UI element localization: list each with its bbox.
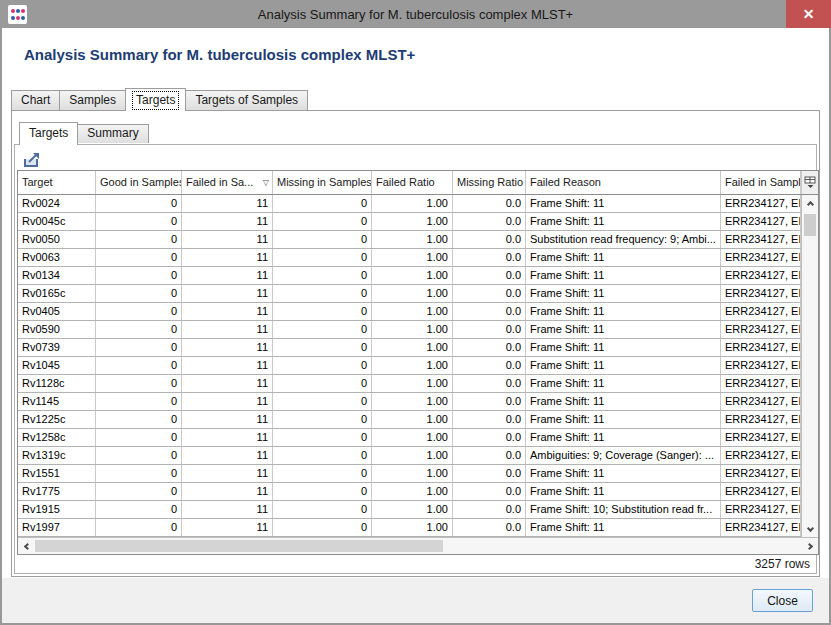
table-cell-1: 0 bbox=[96, 501, 182, 518]
table-header-cells: TargetGood in SamplesFailed in Sa...▽Mis… bbox=[18, 171, 801, 194]
targets-inner-panel: TargetGood in SamplesFailed in Sa...▽Mis… bbox=[14, 144, 817, 574]
column-header-3[interactable]: Missing in Samples bbox=[273, 171, 372, 194]
table-cell-5: 0.0 bbox=[453, 501, 526, 518]
table-cell-0: Rv1319c bbox=[18, 447, 96, 464]
table-row[interactable]: Rv177501101.000.0Frame Shift: 11ERR23412… bbox=[18, 483, 801, 501]
column-header-5[interactable]: Missing Ratio bbox=[453, 171, 526, 194]
table-row[interactable]: Rv040501101.000.0Frame Shift: 11ERR23412… bbox=[18, 303, 801, 321]
table-cell-2: 11 bbox=[182, 393, 273, 410]
table-row[interactable]: Rv0165c01101.000.0Frame Shift: 11ERR2341… bbox=[18, 285, 801, 303]
table-cell-3: 0 bbox=[273, 231, 372, 248]
scroll-left-button[interactable] bbox=[18, 538, 34, 554]
table-cell-6: Frame Shift: 11 bbox=[526, 321, 721, 338]
table-row[interactable]: Rv191501101.000.0Frame Shift: 10; Substi… bbox=[18, 501, 801, 519]
column-header-label: Missing Ratio bbox=[457, 176, 523, 188]
tab-inner-targets[interactable]: Targets bbox=[19, 122, 78, 145]
table-cell-0: Rv1997 bbox=[18, 519, 96, 536]
table-row[interactable]: Rv199701101.000.0Frame Shift: 11ERR23412… bbox=[18, 519, 801, 537]
table-body: Rv002401101.000.0Frame Shift: 11ERR23412… bbox=[18, 195, 801, 537]
tab-targets-of-samples[interactable]: Targets of Samples bbox=[185, 90, 308, 110]
table-cell-3: 0 bbox=[273, 447, 372, 464]
table-cell-7: ERR234127, ER. bbox=[721, 249, 801, 266]
table-row[interactable]: Rv059001101.000.0Frame Shift: 11ERR23412… bbox=[18, 321, 801, 339]
table-cell-3: 0 bbox=[273, 375, 372, 392]
table-row[interactable]: Rv013401101.000.0Frame Shift: 11ERR23412… bbox=[18, 267, 801, 285]
table-cell-4: 1.00 bbox=[372, 249, 453, 266]
table-cell-3: 0 bbox=[273, 249, 372, 266]
table-cell-7: ERR234127, ER. bbox=[721, 303, 801, 320]
table-cell-0: Rv0590 bbox=[18, 321, 96, 338]
table-row[interactable]: Rv155101101.000.0Frame Shift: 11ERR23412… bbox=[18, 465, 801, 483]
table-row[interactable]: Rv104501101.000.0Frame Shift: 11ERR23412… bbox=[18, 357, 801, 375]
table-cell-4: 1.00 bbox=[372, 501, 453, 518]
table-header: TargetGood in SamplesFailed in Sa...▽Mis… bbox=[18, 171, 818, 195]
table-cell-7: ERR234127, ER. bbox=[721, 357, 801, 374]
scroll-right-button[interactable] bbox=[802, 538, 818, 554]
table-cell-4: 1.00 bbox=[372, 483, 453, 500]
table-cell-3: 0 bbox=[273, 321, 372, 338]
tab-targets[interactable]: Targets bbox=[125, 88, 186, 111]
horizontal-scrollbar-thumb[interactable] bbox=[35, 540, 443, 552]
table-row[interactable]: Rv073901101.000.0Frame Shift: 11ERR23412… bbox=[18, 339, 801, 357]
scroll-down-button[interactable] bbox=[802, 521, 818, 537]
column-header-7[interactable]: Failed in Sample bbox=[721, 171, 801, 194]
table-row[interactable]: Rv1225c01101.000.0Frame Shift: 11ERR2341… bbox=[18, 411, 801, 429]
column-header-2[interactable]: Failed in Sa...▽ bbox=[182, 171, 273, 194]
export-button[interactable] bbox=[19, 151, 43, 170]
window-close-button[interactable]: ✕ bbox=[786, 0, 831, 28]
table-row[interactable]: Rv002401101.000.0Frame Shift: 11ERR23412… bbox=[18, 195, 801, 213]
table-cell-5: 0.0 bbox=[453, 411, 526, 428]
table-row[interactable]: Rv005001101.000.0Substitution read frequ… bbox=[18, 231, 801, 249]
column-header-0[interactable]: Target bbox=[18, 171, 96, 194]
table-cell-3: 0 bbox=[273, 501, 372, 518]
table-cell-0: Rv1551 bbox=[18, 465, 96, 482]
table-cell-7: ERR234127, ER. bbox=[721, 483, 801, 500]
column-header-6[interactable]: Failed Reason bbox=[526, 171, 721, 194]
table-cell-4: 1.00 bbox=[372, 465, 453, 482]
table-row[interactable]: Rv1258c01101.000.0Frame Shift: 11ERR2341… bbox=[18, 429, 801, 447]
table-cell-2: 11 bbox=[182, 447, 273, 464]
close-button[interactable]: Close bbox=[752, 589, 813, 612]
table-cell-3: 0 bbox=[273, 267, 372, 284]
table-cell-7: ERR234127, ER. bbox=[721, 393, 801, 410]
table-cell-4: 1.00 bbox=[372, 447, 453, 464]
table-row[interactable]: Rv1319c01101.000.0Ambiguities: 9; Covera… bbox=[18, 447, 801, 465]
table-cell-5: 0.0 bbox=[453, 213, 526, 230]
footer: Close bbox=[2, 578, 829, 623]
column-header-4[interactable]: Failed Ratio bbox=[372, 171, 453, 194]
tab-inner-summary[interactable]: Summary bbox=[77, 124, 148, 143]
table-cell-0: Rv1915 bbox=[18, 501, 96, 518]
table-cell-7: ERR234127, ER. bbox=[721, 231, 801, 248]
table-cell-6: Frame Shift: 11 bbox=[526, 267, 721, 284]
table-cell-0: Rv0045c bbox=[18, 213, 96, 230]
tab-chart[interactable]: Chart bbox=[11, 90, 60, 110]
column-header-1[interactable]: Good in Samples bbox=[96, 171, 182, 194]
table-row[interactable]: Rv114501101.000.0Frame Shift: 11ERR23412… bbox=[18, 393, 801, 411]
table-cell-2: 11 bbox=[182, 285, 273, 302]
table-row[interactable]: Rv0045c01101.000.0Frame Shift: 11ERR2341… bbox=[18, 213, 801, 231]
table-cell-1: 0 bbox=[96, 321, 182, 338]
scroll-right-icon bbox=[805, 542, 812, 549]
tab-samples[interactable]: Samples bbox=[59, 90, 126, 110]
scroll-up-icon bbox=[806, 201, 813, 208]
table-row[interactable]: Rv1128c01101.000.0Frame Shift: 11ERR2341… bbox=[18, 375, 801, 393]
table-cell-6: Frame Shift: 11 bbox=[526, 249, 721, 266]
titlebar: Analysis Summary for M. tuberculosis com… bbox=[0, 0, 831, 28]
table-cell-6: Frame Shift: 11 bbox=[526, 357, 721, 374]
table-cell-5: 0.0 bbox=[453, 321, 526, 338]
table-cell-6: Frame Shift: 11 bbox=[526, 483, 721, 500]
table-cell-4: 1.00 bbox=[372, 267, 453, 284]
table-row[interactable]: Rv006301101.000.0Frame Shift: 11ERR23412… bbox=[18, 249, 801, 267]
vertical-scrollbar-thumb[interactable] bbox=[804, 214, 816, 236]
scroll-up-button[interactable] bbox=[802, 195, 818, 211]
vertical-scrollbar[interactable] bbox=[801, 195, 818, 537]
horizontal-scrollbar[interactable] bbox=[18, 537, 818, 554]
table-cell-6: Frame Shift: 11 bbox=[526, 213, 721, 230]
table-cell-4: 1.00 bbox=[372, 375, 453, 392]
column-chooser-button[interactable] bbox=[801, 171, 818, 194]
table-cell-0: Rv1775 bbox=[18, 483, 96, 500]
table-cell-4: 1.00 bbox=[372, 285, 453, 302]
table-cell-5: 0.0 bbox=[453, 483, 526, 500]
table-cell-4: 1.00 bbox=[372, 393, 453, 410]
table-cell-7: ERR234127, ER. bbox=[721, 321, 801, 338]
